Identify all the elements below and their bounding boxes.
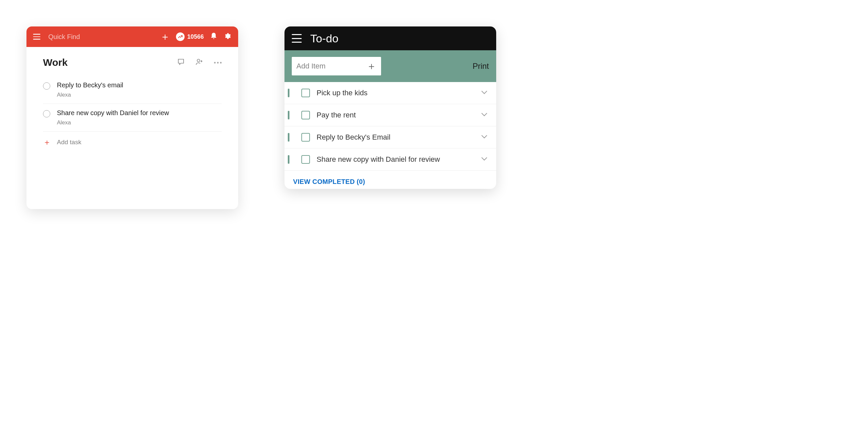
page-title: To-do <box>310 32 338 45</box>
todoist-header: Quick Find ＋ 10566 <box>27 27 238 47</box>
notifications-icon[interactable] <box>210 32 218 41</box>
svg-point-0 <box>197 59 200 62</box>
chevron-down-icon[interactable] <box>481 112 488 118</box>
view-completed-button[interactable]: VIEW COMPLETED (0) <box>284 171 496 189</box>
add-task-button[interactable]: ＋ Add task <box>43 132 222 146</box>
task-title: Share new copy with Daniel for review <box>57 109 222 117</box>
plus-icon: ＋ <box>43 138 51 146</box>
item-text: Share new copy with Daniel for review <box>316 155 474 164</box>
item-checkbox[interactable] <box>301 133 310 142</box>
task-checkbox[interactable] <box>43 110 50 118</box>
todoist-content: Work Reply to Becky's email Alexa <box>27 47 238 209</box>
task-label: Alexa <box>57 92 222 98</box>
task-title: Reply to Becky's email <box>57 82 222 89</box>
more-icon[interactable] <box>214 62 222 63</box>
item-checkbox[interactable] <box>301 89 310 97</box>
list-item[interactable]: Share new copy with Daniel for review <box>284 149 496 171</box>
empty-space <box>43 146 222 196</box>
todo-list: Pick up the kids Pay the rent Reply to B… <box>284 82 496 171</box>
item-checkbox[interactable] <box>301 111 310 119</box>
list-item[interactable]: Pick up the kids <box>284 82 496 104</box>
project-header-row: Work <box>43 57 222 68</box>
chevron-down-icon[interactable] <box>481 90 488 96</box>
menu-icon[interactable] <box>33 32 42 41</box>
task-content: Reply to Becky's email Alexa <box>57 82 222 98</box>
quick-find-input[interactable]: Quick Find <box>46 33 155 41</box>
add-task-label: Add task <box>57 138 82 146</box>
item-text: Reply to Becky's Email <box>316 133 474 142</box>
productivity-icon <box>176 32 185 41</box>
settings-icon[interactable] <box>224 32 231 41</box>
comments-icon[interactable] <box>177 58 185 67</box>
add-task-icon[interactable]: ＋ <box>160 32 170 42</box>
task-checkbox[interactable] <box>43 82 50 90</box>
task-content: Share new copy with Daniel for review Al… <box>57 109 222 126</box>
add-item-placeholder: Add Item <box>297 62 326 70</box>
karma-button[interactable]: 10566 <box>176 32 204 41</box>
project-actions <box>177 58 222 67</box>
list-item[interactable]: Pay the rent <box>284 104 496 126</box>
chevron-down-icon[interactable] <box>481 156 488 162</box>
item-text: Pay the rent <box>316 111 474 119</box>
item-accent-bar <box>288 133 289 142</box>
todoist-window: Quick Find ＋ 10566 Work <box>27 27 238 209</box>
item-accent-bar <box>288 155 289 164</box>
karma-count: 10566 <box>187 33 204 40</box>
project-title: Work <box>43 57 177 68</box>
item-accent-bar <box>288 111 289 119</box>
task-item[interactable]: Share new copy with Daniel for review Al… <box>43 104 222 132</box>
item-text: Pick up the kids <box>316 89 474 97</box>
add-item-bar: Add Item ＋ Print <box>284 50 496 82</box>
menu-icon[interactable] <box>292 34 302 43</box>
item-accent-bar <box>288 89 289 97</box>
task-item[interactable]: Reply to Becky's email Alexa <box>43 76 222 104</box>
chevron-down-icon[interactable] <box>481 134 488 140</box>
alexa-todo-window: To-do Add Item ＋ Print Pick up the kids … <box>284 27 496 189</box>
print-button[interactable]: Print <box>473 62 489 71</box>
alexa-header: To-do <box>284 27 496 50</box>
add-item-input[interactable]: Add Item ＋ <box>292 57 381 75</box>
header-actions: ＋ 10566 <box>160 32 231 42</box>
list-item[interactable]: Reply to Becky's Email <box>284 126 496 149</box>
plus-icon[interactable]: ＋ <box>367 61 376 71</box>
item-checkbox[interactable] <box>301 155 310 164</box>
share-icon[interactable] <box>195 58 204 67</box>
task-label: Alexa <box>57 119 222 126</box>
